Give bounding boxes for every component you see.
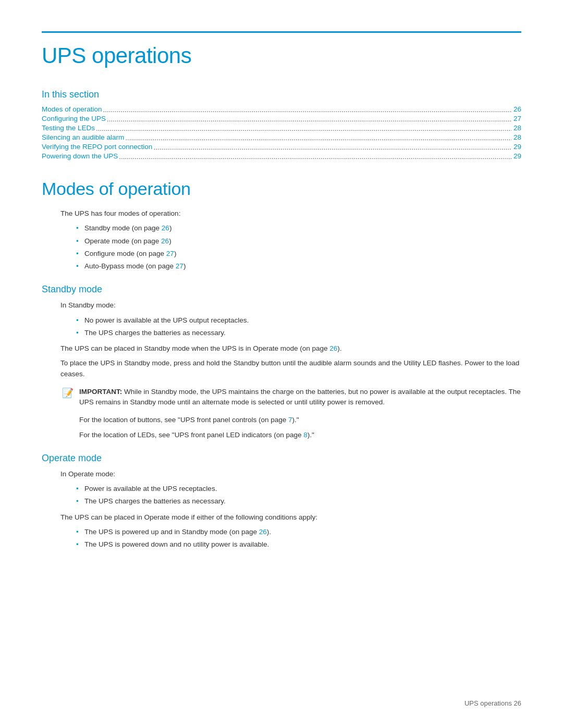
toc-page[interactable]: 29 (511, 152, 521, 160)
list-item: Standby mode (on page 26) (76, 223, 521, 233)
toc-page[interactable]: 27 (511, 115, 521, 122)
toc-item[interactable]: Testing the LEDs 28 (42, 124, 521, 132)
list-item: The UPS charges the batteries as necessa… (76, 328, 521, 338)
modes-list: Standby mode (on page 26) Operate mode (… (76, 223, 521, 272)
modes-intro: The UPS has four modes of operation: (60, 208, 521, 219)
page-footer: UPS operations 26 (464, 699, 521, 707)
list-item: No power is available at the UPS output … (76, 315, 521, 326)
toc-dots (106, 115, 511, 123)
operate-intro: In Operate mode: (60, 469, 521, 479)
operate-para1: The UPS can be placed in Operate mode if… (60, 512, 521, 523)
standby-para2: To place the UPS in Standby mode, press … (60, 358, 521, 379)
toc-list: Modes of operation 26 Configuring the UP… (42, 105, 521, 160)
toc-label[interactable]: Powering down the UPS (42, 152, 118, 160)
toc-dots (118, 153, 511, 161)
standby-title: Standby mode (42, 284, 521, 295)
standby-note1: For the location of buttons, see "UPS fr… (79, 415, 521, 425)
front-panel-controls-link[interactable]: 7 (288, 416, 292, 424)
list-item: Operate mode (on page 26) (76, 236, 521, 246)
important-text: IMPORTANT: While in Standby mode, the UP… (79, 387, 521, 408)
list-item: The UPS charges the batteries as necessa… (76, 496, 521, 507)
operate-title: Operate mode (42, 453, 521, 464)
list-item: The UPS is powered up and in Standby mod… (76, 527, 521, 537)
list-item: Configure mode (on page 27) (76, 249, 521, 259)
important-box: 📝 IMPORTANT: While in Standby mode, the … (60, 387, 521, 408)
list-item: The UPS is powered down and no utility p… (76, 539, 521, 550)
header-rule (42, 31, 521, 33)
toc-dots (102, 106, 511, 114)
important-label: IMPORTANT: (79, 388, 122, 396)
standby-para1: The UPS can be placed in Standby mode wh… (60, 343, 521, 354)
toc-dots (95, 125, 511, 132)
standby-list: No power is available at the UPS output … (76, 315, 521, 339)
toc-heading: In this section (42, 89, 521, 100)
toc-item[interactable]: Modes of operation 26 (42, 105, 521, 113)
list-item: Power is available at the UPS receptacle… (76, 484, 521, 494)
standby-intro: In Standby mode: (60, 300, 521, 311)
toc-dots (152, 143, 511, 151)
toc-item[interactable]: Powering down the UPS 29 (42, 152, 521, 160)
toc-label[interactable]: Configuring the UPS (42, 115, 106, 122)
toc-item[interactable]: Silencing an audible alarm 28 (42, 133, 521, 141)
toc-label[interactable]: Testing the LEDs (42, 124, 95, 132)
toc-page[interactable]: 28 (511, 124, 521, 132)
modes-content: The UPS has four modes of operation: Sta… (60, 208, 521, 272)
toc-item[interactable]: Configuring the UPS 27 (42, 115, 521, 122)
standby-mode-link[interactable]: 26 (259, 528, 267, 536)
toc-label[interactable]: Modes of operation (42, 105, 102, 113)
operate-mode-link[interactable]: 26 (329, 344, 337, 352)
standby-note2: For the location of LEDs, see "UPS front… (79, 430, 521, 440)
toc-label[interactable]: Silencing an audible alarm (42, 133, 124, 141)
toc-section: In this section Modes of operation 26 Co… (42, 89, 521, 160)
toc-page[interactable]: 26 (511, 105, 521, 113)
autobypass-link[interactable]: 27 (176, 262, 183, 270)
important-icon: 📝 (60, 387, 75, 399)
toc-dots (124, 134, 511, 142)
standby-link[interactable]: 26 (162, 224, 169, 232)
standby-content: In Standby mode: No power is available a… (60, 300, 521, 440)
led-indicators-link[interactable]: 8 (303, 431, 308, 439)
toc-page[interactable]: 29 (511, 143, 521, 151)
operate-conditions-list: The UPS is powered up and in Standby mod… (76, 527, 521, 550)
configure-link[interactable]: 27 (166, 250, 174, 257)
operate-list: Power is available at the UPS receptacle… (76, 484, 521, 507)
operate-link[interactable]: 26 (161, 237, 169, 245)
toc-page[interactable]: 28 (511, 133, 521, 141)
list-item: Auto-Bypass mode (on page 27) (76, 261, 521, 272)
page-title: UPS operations (42, 43, 521, 68)
toc-item[interactable]: Verifying the REPO port connection 29 (42, 143, 521, 151)
modes-title: Modes of operation (42, 179, 521, 199)
operate-content: In Operate mode: Power is available at t… (60, 469, 521, 550)
toc-label[interactable]: Verifying the REPO port connection (42, 143, 152, 151)
